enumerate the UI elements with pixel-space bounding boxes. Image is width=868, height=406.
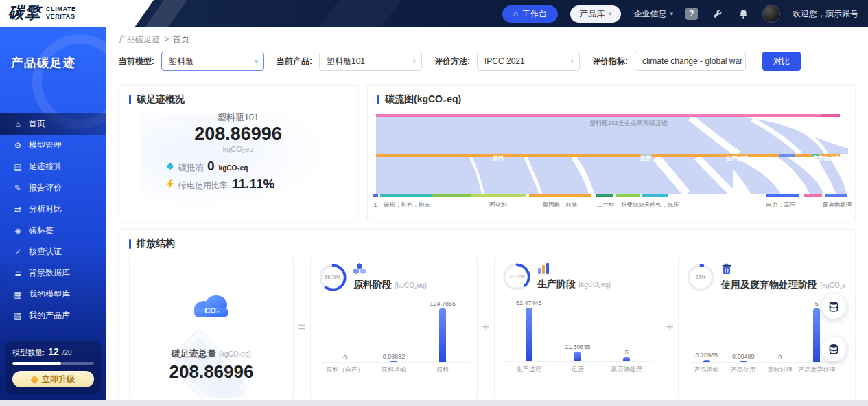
filter-bar: 当前模型: 塑料瓶 ∨ 当前产品: 塑料瓶101 ∨ 评价方法: IPCC 20… — [119, 52, 856, 71]
upgrade-button[interactable]: 立即升级 — [12, 371, 94, 387]
product-library-icon: ▧ — [12, 311, 23, 321]
sankey-node-label: 运营 — [640, 155, 651, 161]
bar-category-label: 生产过程 — [504, 365, 553, 374]
model-library-icon: ▦ — [12, 290, 23, 300]
bar — [623, 357, 630, 361]
notifications-button[interactable] — [736, 7, 750, 21]
check-icon: ✓ — [12, 247, 23, 257]
offset-gem-icon — [166, 162, 174, 170]
tag-icon: ◈ — [12, 226, 23, 236]
model-quota-progress-fill — [12, 362, 61, 365]
product-filter-label: 当前产品: — [277, 56, 312, 67]
equals-sign: = — [294, 256, 310, 398]
model-count-total: /20 — [62, 349, 72, 357]
chevron-down-icon: ▾ — [609, 10, 612, 17]
category-labels: 生产过程运营废弃物处理 — [502, 365, 654, 374]
title-bar-icon — [129, 95, 131, 104]
floating-database-button-bottom[interactable] — [821, 337, 846, 361]
emission-panel-title-text: 排放结构 — [137, 238, 175, 250]
bar-chart-icon — [537, 263, 611, 277]
sidebar-item-carbon-label[interactable]: ◈ 碳标签 — [0, 220, 106, 241]
stage-title-text: 使用及废弃物处理阶段 — [721, 279, 817, 290]
overview-product-name: 塑料瓶101 — [119, 111, 357, 124]
chevron-down-icon: ∨ — [736, 58, 740, 65]
database-icon — [828, 343, 839, 354]
sankey-leaf-label: 天然气，低压 — [644, 201, 680, 208]
sidebar-item-report-evaluation[interactable]: ✎ 报告评价 — [0, 177, 106, 199]
database-icon: ≣ — [12, 269, 23, 278]
sidebar-item-label: 模型管理 — [29, 139, 62, 151]
sidebar-item-analysis-comparison[interactable]: ⇄ 分析对比 — [0, 199, 106, 220]
bar-category-label: 原料（自产） — [320, 365, 369, 374]
upgrade-label: 立即升级 — [42, 374, 75, 385]
bar-value-label: 0 — [343, 354, 347, 361]
co2-cloud-icon: CO₂ — [187, 290, 235, 324]
category-labels: 原料（自产）原料运输原料 — [318, 365, 470, 374]
chevron-down-icon: ∨ — [570, 58, 574, 65]
chevron-down-icon: ∨ — [412, 58, 417, 65]
sidebar-item-background-database[interactable]: ≣ 背景数据库 — [0, 262, 106, 284]
model-count-value: 12 — [48, 346, 59, 357]
help-button[interactable]: ? — [685, 8, 698, 20]
account-welcome-text[interactable]: 欢迎您，演示账号 — [793, 8, 858, 20]
method-select-value: IPCC 2021 — [484, 56, 525, 66]
stage-head: 2.5% — [679, 256, 845, 294]
bell-icon — [738, 9, 749, 19]
flow-panel-title: 碳流图(kgCO₂eq) — [368, 86, 855, 110]
offset-label: 碳抵消 — [178, 162, 203, 174]
indicator-filter-label: 评价指标: — [592, 56, 628, 67]
sidebar-item-model-management[interactable]: ⚙ 模型管理 — [0, 135, 106, 156]
emission-cards-row: CO₂ 碳足迹总量 (kgCO₂eq) 208.86996 = 59.79% — [119, 254, 855, 398]
method-select[interactable]: IPCC 2021 ∨ — [477, 52, 580, 71]
avatar[interactable] — [762, 5, 780, 23]
sidebar-item-my-products[interactable]: ▧ 我的产品库 — [0, 305, 106, 326]
bar-value-label: 5 — [625, 349, 629, 356]
stage-title-block: 原料阶段 (kgCO₂eq) — [353, 263, 427, 291]
product-select[interactable]: 塑料瓶101 ∨ — [319, 52, 422, 71]
sankey-diagram: 塑料瓶101全生命周期碳足迹 原料 运营 生产过程 废弃物处理 1 碳粉，彩色，… — [368, 110, 855, 214]
brand-name: 碳擎 — [8, 2, 41, 23]
sankey-leaf-label: 废弃物处理 — [823, 201, 852, 208]
title-bar-icon — [377, 95, 379, 104]
model-select[interactable]: 塑料瓶 ∨ — [161, 52, 264, 71]
report-icon: ✎ — [12, 183, 23, 193]
chevron-down-icon: ▾ — [670, 10, 673, 17]
sidebar-item-verification[interactable]: ✓ 核查认证 — [0, 241, 106, 262]
bar — [574, 352, 581, 361]
compare-icon: ⇄ — [12, 205, 23, 214]
bar-column: 0 — [320, 354, 369, 362]
raw-material-donut: 59.79% — [319, 264, 347, 291]
compare-button[interactable]: 对比 — [762, 52, 801, 71]
model-select-value: 塑料瓶 — [169, 56, 193, 67]
carbon-offset-row: 碳抵消 0 kgCO₂eq — [166, 159, 310, 174]
company-info-menu[interactable]: 企业信息 ▾ — [633, 8, 673, 20]
bar-category-label: 回收过程 — [762, 365, 799, 374]
floating-database-button-top[interactable] — [821, 294, 846, 319]
indicator-select[interactable]: climate change - global war ∨ — [635, 52, 746, 71]
stage-head: 59.79% 原料阶段 (kgCO₂e — [311, 256, 477, 294]
sidebar-menu: ⌂ 首页 ⚙ 模型管理 ▤ 足迹核算 ✎ 报告评价 ⇄ 分析对比 ◈ 碳标签 — [0, 113, 106, 326]
product-library-menu[interactable]: 产品库 ▾ — [570, 5, 622, 23]
stage-title: 使用及废弃物处理阶段 (kgCO₂eq) — [721, 279, 836, 291]
workbench-button[interactable]: ⌂ 工作台 — [502, 5, 558, 23]
settings-wrench-button[interactable] — [710, 7, 724, 21]
trash-bin-icon — [721, 263, 836, 278]
sankey-leaf-label: 电力，高压 — [766, 201, 796, 208]
plus-sign: + — [661, 256, 678, 398]
overview-panel-title: 碳足迹概况 — [119, 86, 357, 110]
gem-icon — [30, 375, 39, 384]
sidebar-item-my-models[interactable]: ▦ 我的模型库 — [0, 284, 106, 305]
sidebar-item-footprint-accounting[interactable]: ▤ 足迹核算 — [0, 156, 106, 177]
sidebar-item-home[interactable]: ⌂ 首页 — [0, 113, 106, 135]
production-donut: 37.72% — [503, 263, 530, 291]
bar-column: 124.7856 — [419, 300, 467, 362]
bar-value-label: 0 — [778, 354, 782, 361]
stage-title-block: 生产阶段 (kgCO₂eq) — [537, 263, 611, 291]
breadcrumb-root[interactable]: 产品碳足迹 — [119, 34, 160, 45]
emission-panel-title: 排放结构 — [119, 230, 855, 254]
svg-text:37.72%: 37.72% — [509, 274, 525, 279]
raw-material-stage-card: 59.79% 原料阶段 (kgCO₂e — [310, 256, 478, 398]
chevron-down-icon: ∨ — [254, 58, 259, 65]
overview-total-block: 塑料瓶101 208.86996 kgCO₂eq — [119, 111, 357, 153]
brand-line2: VERITAS — [46, 13, 76, 21]
